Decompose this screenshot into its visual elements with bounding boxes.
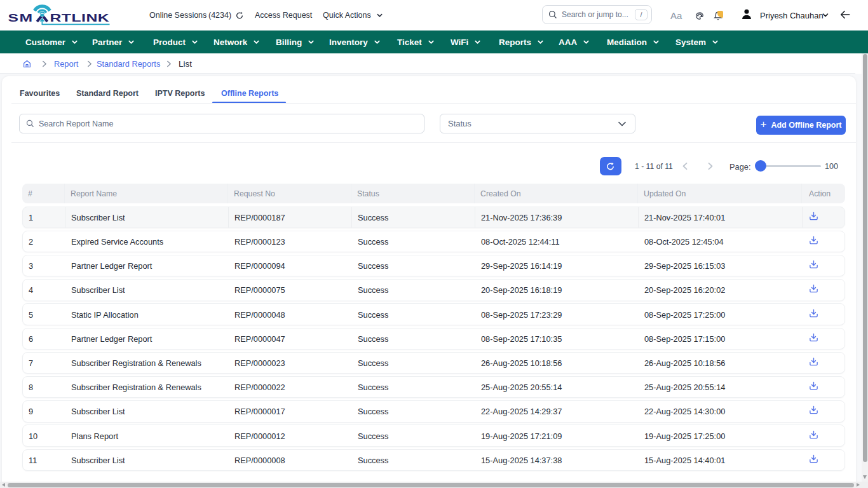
svg-text:SM: SM bbox=[8, 12, 34, 24]
svg-text:RTLINK: RTLINK bbox=[50, 12, 109, 24]
